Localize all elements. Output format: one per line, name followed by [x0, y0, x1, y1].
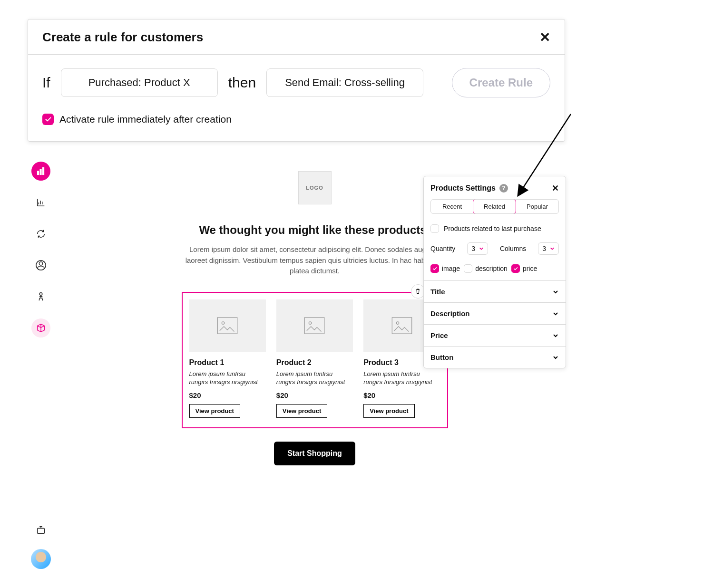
product-title: Product 1	[189, 358, 266, 367]
svg-rect-2	[43, 168, 44, 175]
products-settings-panel: Products Settings ? ✕ Recent Related Pop…	[423, 176, 566, 368]
create-rule-button[interactable]: Create Rule	[452, 68, 550, 97]
product-title: Product 2	[276, 358, 353, 367]
view-product-button[interactable]: View product	[363, 404, 414, 418]
accordion-label: Title	[430, 288, 445, 296]
svg-rect-1	[40, 169, 41, 174]
product-image-placeholder	[189, 299, 266, 352]
accordion-label: Price	[430, 331, 448, 339]
description-checkbox[interactable]	[464, 264, 472, 273]
price-checkbox-label: price	[523, 265, 537, 272]
sidebar-nav	[28, 162, 54, 337]
create-rule-bar: Create a rule for customers ✕ If Purchas…	[28, 19, 565, 142]
description-checkbox-label: description	[475, 265, 508, 272]
products-block[interactable]: Product 1 Lorem ipsum funfrsu rungirs fn…	[182, 292, 448, 428]
cube-icon[interactable]	[31, 318, 50, 337]
close-icon[interactable]: ✕	[552, 183, 559, 193]
email-subtext[interactable]: Lorem ipsum dolor sit amet, consectetur …	[182, 244, 448, 277]
chevron-down-icon	[552, 354, 559, 361]
tab-popular[interactable]: Popular	[516, 200, 558, 213]
view-product-button[interactable]: View product	[189, 404, 240, 418]
analytics-icon[interactable]	[31, 162, 50, 181]
accordion-label: Description	[430, 309, 470, 318]
svg-point-13	[309, 321, 312, 324]
if-label: If	[42, 75, 50, 91]
chatbot-icon[interactable]	[31, 521, 50, 540]
trash-icon[interactable]	[411, 284, 425, 299]
svg-point-5	[39, 293, 42, 296]
svg-point-15	[396, 321, 399, 324]
accordion-label: Button	[430, 353, 453, 361]
view-product-button[interactable]: View product	[276, 404, 327, 418]
activate-checkbox-label: Activate rule immediately after creation	[59, 114, 232, 125]
svg-point-3	[39, 262, 42, 265]
accordion-description[interactable]: Description	[424, 302, 566, 324]
product-price: $20	[363, 391, 440, 399]
image-checkbox-label: image	[442, 265, 460, 272]
accordion-button[interactable]: Button	[424, 346, 566, 368]
customer-icon[interactable]	[31, 256, 50, 275]
start-shopping-button[interactable]: Start Shopping	[274, 442, 355, 465]
svg-rect-6	[38, 528, 45, 533]
columns-value: 3	[542, 245, 546, 252]
panel-tabs: Recent Related Popular	[430, 199, 559, 214]
product-card: Product 2 Lorem ipsum funfrsu rungirs fn…	[276, 299, 353, 418]
rule-bar-title: Create a rule for customers	[42, 30, 203, 45]
quantity-label: Quantity	[430, 245, 455, 252]
avatar[interactable]	[31, 549, 51, 569]
panel-title: Products Settings	[430, 184, 496, 193]
quantity-value: 3	[471, 245, 475, 252]
chart-icon[interactable]	[31, 193, 50, 212]
accordion-title[interactable]: Title	[424, 280, 566, 302]
image-checkbox[interactable]	[430, 264, 439, 273]
columns-select[interactable]: 3	[538, 242, 559, 255]
if-condition-select[interactable]: Purchased: Product X	[61, 68, 218, 97]
quantity-select[interactable]: 3	[467, 242, 488, 255]
related-to-purchase-checkbox[interactable]	[430, 224, 439, 233]
then-label: then	[228, 75, 256, 91]
help-icon[interactable]: ?	[499, 184, 508, 193]
refresh-icon[interactable]	[31, 224, 50, 243]
accordion-price[interactable]: Price	[424, 324, 566, 346]
tab-recent[interactable]: Recent	[431, 200, 473, 213]
price-checkbox[interactable]	[511, 264, 520, 273]
product-row: Product 1 Lorem ipsum funfrsu rungirs fn…	[189, 299, 440, 418]
sidebar-bottom	[28, 521, 54, 569]
chevron-down-icon	[552, 310, 559, 317]
then-action-select[interactable]: Send Email: Cross-selling	[266, 68, 423, 97]
close-icon[interactable]: ✕	[539, 31, 550, 44]
person-icon[interactable]	[31, 287, 50, 306]
columns-label: Columns	[500, 245, 526, 252]
product-desc: Lorem ipsum funfrsu rungirs fnrsigrs nrs…	[363, 370, 440, 386]
product-desc: Lorem ipsum funfrsu rungirs fnrsigrs nrs…	[189, 370, 266, 386]
activate-checkbox[interactable]	[42, 114, 54, 125]
product-card: Product 1 Lorem ipsum funfrsu rungirs fn…	[189, 299, 266, 418]
product-price: $20	[276, 391, 353, 399]
logo-placeholder[interactable]: LOGO	[298, 171, 332, 204]
tab-related[interactable]: Related	[473, 199, 516, 214]
product-desc: Lorem ipsum funfrsu rungirs fnrsigrs nrs…	[276, 370, 353, 386]
product-image-placeholder	[276, 299, 353, 352]
svg-rect-0	[38, 171, 39, 174]
related-to-purchase-label: Products related to last purchase	[444, 225, 541, 232]
svg-point-11	[222, 321, 224, 324]
product-price: $20	[189, 391, 266, 399]
chevron-down-icon	[552, 332, 559, 339]
chevron-down-icon	[552, 289, 559, 295]
